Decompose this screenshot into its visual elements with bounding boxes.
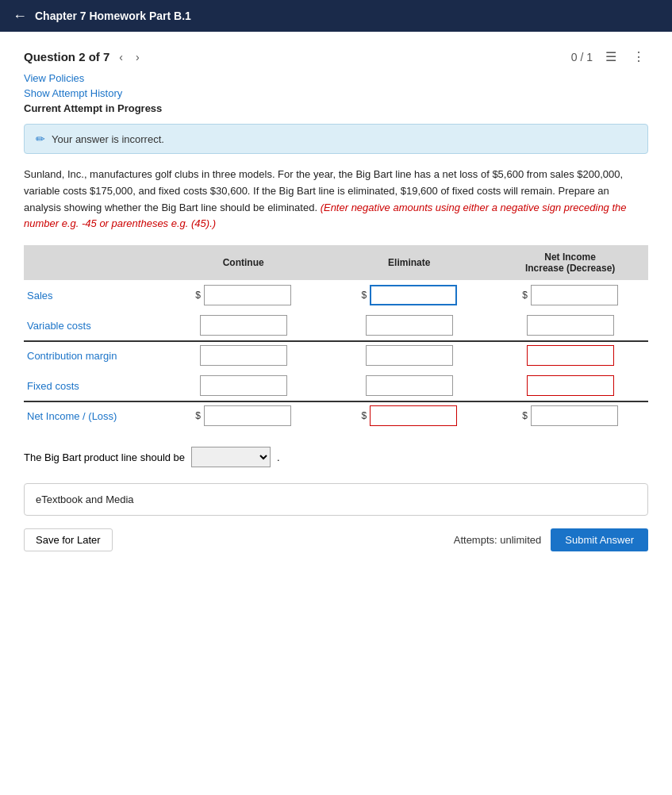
question-nav: Question 2 of 7 ‹ › 0 / 1 ☰ ⋮ <box>24 48 648 66</box>
cell-sales-continue: $ <box>160 280 326 310</box>
table-row: Fixed costs <box>24 371 648 401</box>
save-for-later-button[interactable]: Save for Later <box>24 528 113 551</box>
input-sales-eliminate[interactable] <box>370 285 457 305</box>
more-options-button[interactable]: ⋮ <box>629 48 648 66</box>
row-label-variable-costs: Variable costs <box>24 310 160 341</box>
input-contribution-continue[interactable] <box>200 345 287 366</box>
table-row: Net Income / (Loss) $ $ $ <box>24 401 648 431</box>
attempts-label: Attempts: unlimited <box>454 534 542 546</box>
pencil-icon: ✏ <box>36 132 45 145</box>
input-variable-net[interactable] <box>527 315 614 336</box>
input-contribution-eliminate[interactable] <box>366 345 453 366</box>
cell-contribution-net <box>492 341 648 371</box>
current-attempt-label: Current Attempt in Progress <box>24 102 648 114</box>
input-net-net[interactable] <box>531 405 618 426</box>
col-header-eliminate: Eliminate <box>326 245 492 280</box>
next-question-button[interactable]: › <box>132 49 143 65</box>
table-row: Sales $ $ $ <box>24 280 648 310</box>
cell-sales-net: $ <box>492 280 648 310</box>
cell-net-eliminate: $ <box>326 401 492 431</box>
cell-sales-eliminate: $ <box>326 280 492 310</box>
view-policies-link[interactable]: View Policies <box>24 72 648 84</box>
dropdown-label-after: . <box>277 451 280 463</box>
cell-contribution-eliminate <box>326 341 492 371</box>
app-header: ← Chapter 7 Homework Part B.1 <box>0 0 672 32</box>
header-title: Chapter 7 Homework Part B.1 <box>35 10 191 22</box>
cell-contribution-continue <box>160 341 326 371</box>
etextbook-section: eTextbook and Media <box>24 483 648 516</box>
input-contribution-net[interactable] <box>527 345 614 366</box>
problem-description: Sunland, Inc., manufactures golf clubs i… <box>24 167 648 232</box>
product-line-decision-select[interactable]: continued eliminated <box>191 447 271 467</box>
input-net-continue[interactable] <box>204 405 291 426</box>
submit-answer-button[interactable]: Submit Answer <box>551 528 648 551</box>
input-sales-net[interactable] <box>531 285 618 305</box>
cell-fixed-net <box>492 371 648 401</box>
table-row: Contribution margin <box>24 341 648 371</box>
row-label-contribution: Contribution margin <box>24 341 160 371</box>
cell-net-continue: $ <box>160 401 326 431</box>
list-view-button[interactable]: ☰ <box>602 48 620 66</box>
back-button[interactable]: ← <box>13 8 27 25</box>
cell-variable-eliminate <box>326 310 492 341</box>
input-sales-continue[interactable] <box>204 285 291 305</box>
input-variable-continue[interactable] <box>200 315 287 336</box>
question-nav-right: 0 / 1 ☰ ⋮ <box>571 48 648 66</box>
cell-fixed-continue <box>160 371 326 401</box>
prev-question-button[interactable]: ‹ <box>116 49 126 65</box>
row-label-fixed-costs: Fixed costs <box>24 371 160 401</box>
question-nav-left: Question 2 of 7 ‹ › <box>24 49 143 65</box>
question-label: Question 2 of 7 <box>24 50 109 63</box>
cell-net-net: $ <box>492 401 648 431</box>
cell-fixed-eliminate <box>326 371 492 401</box>
input-fixed-eliminate[interactable] <box>366 375 453 396</box>
footer-right: Attempts: unlimited Submit Answer <box>454 528 648 551</box>
cell-variable-net <box>492 310 648 341</box>
input-net-eliminate[interactable] <box>370 405 457 426</box>
col-header-label <box>24 245 160 280</box>
col-header-net-income: Net Income Increase (Decrease) <box>492 245 648 280</box>
row-label-sales: Sales <box>24 280 160 310</box>
analysis-table: Continue Eliminate Net Income Increase (… <box>24 245 648 431</box>
incorrect-text: Your answer is incorrect. <box>52 133 164 145</box>
main-content: Question 2 of 7 ‹ › 0 / 1 ☰ ⋮ View Polic… <box>0 32 672 795</box>
score-display: 0 / 1 <box>571 51 593 63</box>
col-header-continue: Continue <box>160 245 326 280</box>
footer-actions: Save for Later Attempts: unlimited Submi… <box>24 528 648 551</box>
show-attempt-history-link[interactable]: Show Attempt History <box>24 87 648 99</box>
input-fixed-net[interactable] <box>527 375 614 396</box>
incorrect-banner: ✏ Your answer is incorrect. <box>24 124 648 154</box>
conclusion-row: The Big Bart product line should be cont… <box>24 447 648 467</box>
table-row: Variable costs <box>24 310 648 341</box>
input-variable-eliminate[interactable] <box>366 315 453 336</box>
etextbook-label: eTextbook and Media <box>36 494 134 505</box>
dropdown-label-before: The Big Bart product line should be <box>24 451 185 463</box>
row-label-net-income: Net Income / (Loss) <box>24 401 160 431</box>
cell-variable-continue <box>160 310 326 341</box>
input-fixed-continue[interactable] <box>200 375 287 396</box>
